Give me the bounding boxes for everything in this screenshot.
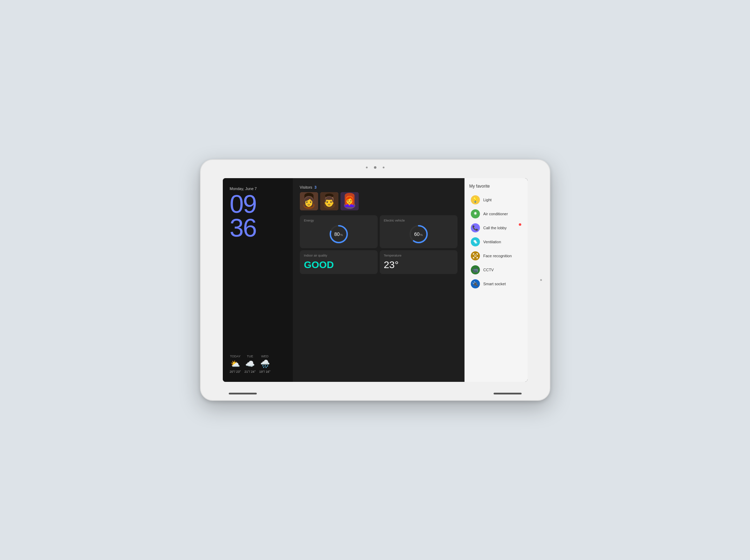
cctv-label: CCTV bbox=[483, 268, 494, 272]
time-hours: 09 bbox=[230, 192, 286, 216]
svg-point-13 bbox=[326, 202, 332, 205]
favorite-item-ventilation[interactable]: Ventilation bbox=[469, 235, 523, 249]
svg-point-12 bbox=[330, 198, 331, 200]
svg-rect-7 bbox=[312, 196, 314, 203]
svg-point-5 bbox=[304, 193, 314, 198]
ventilation-label: Ventilation bbox=[483, 240, 501, 244]
weather-day-label-tue: TUE bbox=[247, 355, 253, 358]
svg-rect-28 bbox=[473, 253, 474, 255]
visitors-label: Visitors bbox=[300, 185, 312, 189]
stats-grid: Energy 80% Electric vehicle bbox=[300, 215, 457, 274]
sensor-dot-left bbox=[366, 167, 367, 168]
lobby-icon: 📞 bbox=[471, 223, 480, 232]
ev-progress: 60% bbox=[408, 224, 429, 245]
energy-label: Energy bbox=[304, 219, 314, 222]
favorite-item-smart-socket[interactable]: 🔌 Smart socket bbox=[469, 277, 523, 291]
svg-point-18 bbox=[348, 198, 349, 200]
svg-rect-30 bbox=[477, 253, 478, 255]
ac-icon bbox=[471, 209, 480, 218]
light-label: Light bbox=[483, 198, 492, 202]
svg-rect-32 bbox=[473, 257, 474, 258]
svg-point-11 bbox=[327, 198, 329, 200]
time-minutes: 36 bbox=[230, 216, 286, 240]
svg-point-10 bbox=[324, 202, 335, 209]
electric-vehicle-label: Electric vehicle bbox=[384, 219, 405, 222]
sensor-dot-right bbox=[383, 167, 384, 168]
svg-point-19 bbox=[350, 198, 352, 200]
svg-point-2 bbox=[303, 202, 315, 209]
tablet-sensors bbox=[366, 166, 384, 169]
middle-panel: Visitors 3 bbox=[293, 178, 465, 382]
weather-icon-wed: 🌧️ bbox=[260, 359, 270, 369]
weather-day-tue: TUE ☁️ 21°/ 24° bbox=[245, 355, 256, 373]
cctv-icon: 📹 bbox=[471, 265, 480, 274]
temperature-card[interactable]: Temperature 23° bbox=[380, 250, 457, 274]
svg-rect-21 bbox=[345, 195, 346, 205]
weather-temp-today: 20°/ 23° bbox=[230, 370, 241, 373]
svg-rect-22 bbox=[353, 195, 355, 205]
svg-point-14 bbox=[325, 194, 333, 198]
visitor-photo-3[interactable] bbox=[340, 192, 359, 210]
face-recognition-icon bbox=[471, 251, 480, 260]
visitors-photos[interactable] bbox=[300, 192, 457, 210]
visitors-count: 3 bbox=[314, 185, 316, 189]
time-display: 09 36 bbox=[230, 192, 286, 240]
air-quality-card[interactable]: Indoor air quality GOOD bbox=[300, 250, 378, 274]
left-panel: Monday, June 7 09 36 TODAY ⛅ 20°/ 23° TU… bbox=[223, 178, 293, 382]
tablet-device: Monday, June 7 09 36 TODAY ⛅ 20°/ 23° TU… bbox=[200, 159, 550, 401]
screen: Monday, June 7 09 36 TODAY ⛅ 20°/ 23° TU… bbox=[223, 178, 528, 382]
svg-point-3 bbox=[307, 198, 308, 200]
weather-section: TODAY ⛅ 20°/ 23° TUE ☁️ 21°/ 24° WED 🌧️ … bbox=[230, 355, 286, 373]
smart-socket-icon: 🔌 bbox=[471, 279, 480, 288]
favorites-title: My favorite bbox=[469, 184, 523, 189]
bottom-button-right bbox=[494, 393, 522, 394]
energy-progress: 80% bbox=[328, 224, 349, 245]
energy-unit: % bbox=[340, 233, 343, 237]
electric-vehicle-card[interactable]: Electric vehicle 60% bbox=[380, 215, 457, 248]
tablet-bottom-buttons bbox=[201, 393, 550, 394]
smart-socket-label: Smart socket bbox=[483, 282, 506, 286]
bottom-button-left bbox=[229, 393, 257, 394]
ac-label: Air conditioner bbox=[483, 212, 508, 216]
visitor-photo-2[interactable] bbox=[320, 192, 338, 210]
svg-point-9 bbox=[325, 195, 333, 205]
air-quality-value: GOOD bbox=[304, 259, 373, 271]
svg-rect-34 bbox=[477, 257, 478, 258]
camera-dot bbox=[374, 166, 376, 169]
visitors-header: Visitors 3 bbox=[300, 185, 457, 189]
lobby-notification-dot bbox=[519, 223, 521, 226]
favorite-item-ac[interactable]: Air conditioner bbox=[469, 207, 523, 221]
weather-day-label-wed: WED bbox=[261, 355, 269, 358]
svg-point-17 bbox=[344, 202, 355, 209]
lobby-label: Call the lobby bbox=[483, 226, 507, 230]
svg-point-1 bbox=[305, 195, 313, 205]
ev-value: 60% bbox=[414, 231, 423, 237]
favorite-item-cctv[interactable]: 📹 CCTV bbox=[469, 263, 523, 277]
favorite-item-lobby[interactable]: 📞 Call the lobby bbox=[469, 221, 523, 235]
side-indicator bbox=[540, 279, 542, 281]
temperature-label: Temperature bbox=[384, 254, 453, 257]
visitor-photo-1[interactable] bbox=[300, 192, 318, 210]
air-quality-label: Indoor air quality bbox=[304, 254, 373, 257]
weather-day-label-today: TODAY bbox=[230, 355, 241, 358]
svg-point-20 bbox=[345, 193, 355, 198]
weather-temp-wed: 19°/ 16° bbox=[259, 370, 270, 373]
favorite-item-light[interactable]: 💡 Light bbox=[469, 193, 523, 207]
svg-point-16 bbox=[345, 195, 354, 205]
ev-unit: % bbox=[420, 233, 423, 237]
svg-point-4 bbox=[310, 198, 311, 200]
right-panel: My favorite 💡 Light Air conditioner 📞 Ca… bbox=[465, 178, 528, 382]
energy-card[interactable]: Energy 80% bbox=[300, 215, 378, 248]
weather-temp-tue: 21°/ 24° bbox=[245, 370, 256, 373]
temperature-value: 23° bbox=[384, 259, 453, 271]
weather-day-wed: WED 🌧️ 19°/ 16° bbox=[259, 355, 270, 373]
weather-icon-tue: ☁️ bbox=[245, 359, 255, 369]
svg-rect-6 bbox=[304, 196, 306, 203]
weather-icon-today: ⛅ bbox=[230, 359, 240, 369]
weather-day-today: TODAY ⛅ 20°/ 23° bbox=[230, 355, 241, 373]
ventilation-icon bbox=[471, 237, 480, 246]
favorite-item-face-recognition[interactable]: Face recognition bbox=[469, 249, 523, 263]
visitors-section: Visitors 3 bbox=[300, 185, 457, 210]
weather-days: TODAY ⛅ 20°/ 23° TUE ☁️ 21°/ 24° WED 🌧️ … bbox=[230, 355, 286, 373]
energy-value: 80% bbox=[334, 231, 343, 237]
